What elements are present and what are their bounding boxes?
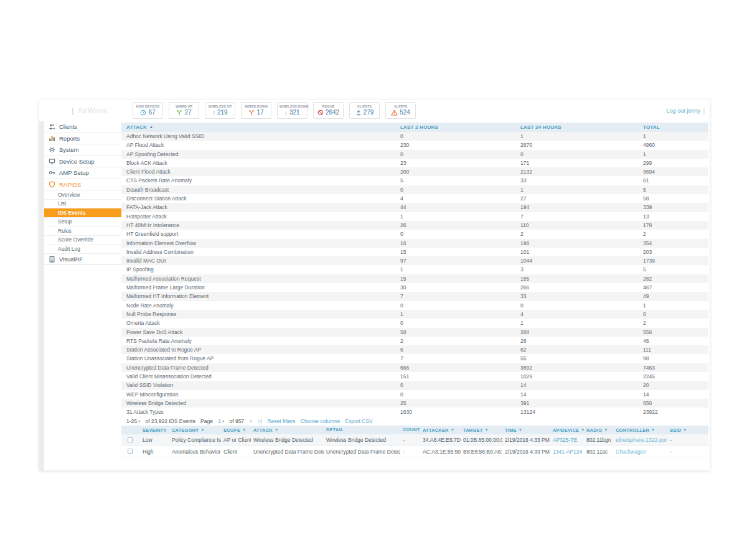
last-24-hours-cell: 0 — [520, 301, 643, 310]
sidebar-item-label: System — [59, 146, 79, 153]
rows-per-page-dropdown[interactable]: 1-25▾ — [126, 418, 140, 424]
total-cell: 61 — [643, 176, 708, 185]
attack-name-cell: Power Save DoS Attack — [121, 328, 400, 337]
column-header-target[interactable]: TARGET▼ — [461, 426, 502, 434]
last-2-hours-cell: 23 — [400, 159, 520, 167]
last-2-hours-cell: 0 — [400, 185, 520, 194]
event-row: LowPolicy Compliance IssueAP or ClientWi… — [121, 434, 708, 446]
stat-clients[interactable]: CLIENTS279 — [349, 102, 380, 119]
table-row: 31 Attack Types16301312423922 — [121, 408, 708, 416]
radio-cell: 802.11ac — [584, 446, 613, 457]
sidebar-item-system[interactable]: System — [44, 144, 121, 156]
column-header-attacker[interactable]: ATTACKER▼ — [420, 426, 461, 434]
sidebar-item-list[interactable]: List — [44, 200, 121, 209]
column-header-detail[interactable]: DETAIL — [324, 426, 400, 434]
last-page-button[interactable]: >| — [258, 418, 262, 424]
total-cell: 14 — [643, 390, 708, 399]
sidebar-item-audit-log[interactable]: Audit Log — [44, 245, 121, 254]
attack-name-cell: Unencrypted Data Frame Detected — [121, 363, 400, 372]
column-header-attack[interactable]: ATTACK▲ — [121, 123, 400, 132]
visualrf-icon — [49, 256, 55, 263]
column-header-controller[interactable]: CONTROLLER▼ — [613, 426, 667, 434]
sidebar-item-overview[interactable]: Overview — [44, 190, 121, 200]
last-24-hours-cell: 55 — [520, 354, 643, 363]
sidebar-item-setup[interactable]: Setup — [44, 218, 121, 227]
ap_device-cell[interactable]: 1341-AP124 — [550, 446, 584, 457]
column-label: COUNT — [403, 427, 420, 432]
table-row: Adhoc Network Using Valid SSID011 — [121, 132, 708, 141]
last-24-hours-cell: 1029 — [520, 372, 643, 381]
page-number-dropdown[interactable]: 1▾ — [218, 418, 224, 424]
last-2-hours-cell: 25 — [400, 399, 520, 408]
choose-columns-link[interactable]: Choose columns — [301, 418, 340, 424]
last-24-hours-cell: 14 — [520, 390, 643, 399]
stat-number: 27 — [184, 109, 191, 116]
column-header-last-2-hours[interactable]: LAST 2 HOURS — [400, 123, 520, 132]
sidebar-item-amp-setup[interactable]: AMP Setup — [44, 167, 121, 179]
sidebar-item-reports[interactable]: Reports — [44, 133, 121, 145]
column-header-radio[interactable]: RADIO▼ — [584, 426, 613, 434]
sidebar-item-rules[interactable]: Rules — [44, 226, 121, 236]
column-header-severity[interactable]: SEVERITY▼ — [140, 426, 169, 434]
stat-wired-up[interactable]: WIRED UP27 — [169, 102, 199, 119]
column-header-last-24-hours[interactable]: LAST 24 HOURS — [520, 123, 643, 132]
stat-wired-down[interactable]: WIRED DOWN17 — [241, 102, 271, 119]
stat-alerts[interactable]: ALERTS524 — [385, 102, 416, 119]
column-header-scope[interactable]: SCOPE▼ — [221, 426, 251, 434]
sidebar-item-visualrf[interactable]: VisualRF — [44, 254, 121, 266]
column-header-ap_device[interactable]: AP/DEVICE▼ — [550, 426, 584, 434]
total-cell: 5 — [643, 185, 708, 194]
stat-wireless-up[interactable]: WIRELESS UP↑219 — [205, 102, 235, 119]
sidebar-item-device-setup[interactable]: Device Setup — [44, 156, 121, 168]
attack-name-cell: Invalid Address Combination — [121, 248, 400, 256]
attack-name-cell: Station Associated to Rogue AP — [121, 345, 400, 354]
column-header-count[interactable]: COUNT — [400, 426, 420, 434]
stat-wireless-down[interactable]: WIRELESS DOWN↓321 — [277, 102, 308, 119]
export-csv-link[interactable]: Export CSV — [345, 418, 372, 424]
sidebar-item-label: Score Override — [58, 236, 93, 243]
table-row: Station Associated to Rogue AP662111 — [121, 345, 708, 354]
detail-cell: Unencrypted Data Frame Detected — [324, 446, 400, 457]
stat-value: 2642 — [314, 109, 343, 116]
select-all-cell — [121, 426, 140, 434]
row-checkbox[interactable] — [128, 437, 133, 442]
attack-name-cell: Disconnect Station Attack — [121, 194, 400, 203]
sort-caret-icon: ▼ — [604, 428, 608, 432]
row-checkbox[interactable] — [128, 449, 133, 454]
reset-filters-link[interactable]: Reset filters — [267, 418, 295, 424]
total-cell: 1739 — [643, 256, 708, 265]
attack-name-cell: Null Probe Response — [121, 310, 400, 319]
stat-new-devices[interactable]: NEW DEVICES67 — [133, 102, 163, 119]
table-row: HT Greenfield support022 — [121, 230, 708, 238]
stat-number: 279 — [364, 109, 374, 116]
column-header-attack[interactable]: ATTACK▼ — [251, 426, 324, 434]
stat-rogue[interactable]: ROGUE2642 — [313, 102, 344, 119]
last-2-hours-cell: 16 — [400, 239, 520, 248]
last-24-hours-cell: 4 — [520, 310, 643, 319]
sidebar-item-label: Device Setup — [59, 158, 95, 165]
table-row: IP Spoofing135 — [121, 265, 708, 274]
controller-cell[interactable]: Chuckwagon — [613, 446, 667, 457]
last-2-hours-cell: 0 — [400, 390, 520, 399]
total-cell: 58 — [643, 194, 708, 203]
sort-caret-icon: ▼ — [451, 428, 454, 432]
stat-number: 524 — [400, 109, 410, 116]
column-header-time[interactable]: TIME▼ — [502, 426, 550, 434]
sidebar-item-clients[interactable]: Clients — [44, 121, 121, 133]
table-row: RTS Packets Rate Anomaly22846 — [121, 337, 708, 345]
total-cell: 2 — [643, 230, 708, 238]
table-row: Information Element Overflow16196354 — [121, 239, 708, 248]
column-header-category[interactable]: CATEGORY▼ — [169, 426, 221, 434]
sidebar-item-rapids[interactable]: RAPIDS — [44, 179, 121, 191]
controller-cell[interactable]: ethersphere-1322-porfidio — [613, 434, 667, 446]
logout-link[interactable]: Log out jenny — [667, 108, 700, 114]
sidebar-item-score-override[interactable]: Score Override — [44, 236, 121, 245]
column-header-ssid[interactable]: SSID▼ — [667, 426, 708, 434]
sidebar-item-ids-events[interactable]: IDS Events — [44, 208, 121, 218]
ap_device-cell[interactable]: AP325-TE — [550, 434, 584, 446]
column-header-total[interactable]: TOTAL — [643, 123, 708, 132]
column-label: SEVERITY — [143, 427, 167, 433]
next-page-button[interactable]: > — [249, 418, 252, 424]
clients-icon — [49, 123, 55, 130]
scope-cell: AP or Client — [221, 434, 251, 446]
